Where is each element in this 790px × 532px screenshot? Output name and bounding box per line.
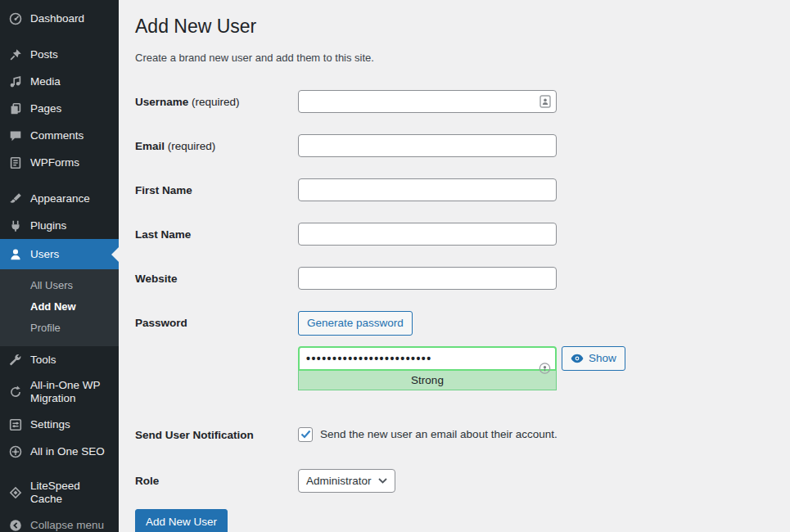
sidebar-item-appearance[interactable]: Appearance — [0, 185, 119, 212]
dashboard-icon — [7, 11, 23, 26]
show-password-button[interactable]: Show — [562, 346, 625, 371]
submenu-item-all-users[interactable]: All Users — [0, 275, 119, 296]
add-new-user-button[interactable]: Add New User — [135, 509, 228, 532]
form-row-username: Username (required) — [135, 90, 774, 113]
sidebar-item-pages[interactable]: Pages — [0, 95, 119, 122]
sidebar-item-label: LiteSpeed Cache — [30, 480, 112, 506]
sidebar-item-label: Posts — [30, 48, 58, 61]
sidebar-item-label: Dashboard — [30, 12, 84, 25]
media-icon — [7, 74, 23, 89]
chevron-down-icon — [378, 478, 387, 484]
form-row-password: Password Generate password Strong — [135, 311, 774, 390]
email-label: Email (required) — [135, 139, 298, 152]
form-row-email: Email (required) — [135, 134, 774, 157]
sidebar-item-dashboard[interactable]: Dashboard — [0, 5, 119, 32]
sidebar-item-label: Media — [30, 75, 61, 88]
role-selected-value: Administrator — [306, 475, 372, 487]
sidebar-item-comments[interactable]: Comments — [0, 122, 119, 149]
plugin-icon — [7, 218, 23, 233]
litespeed-diamond-icon — [7, 485, 23, 501]
users-submenu: All Users Add New Profile — [0, 269, 119, 346]
submenu-item-profile[interactable]: Profile — [0, 318, 119, 339]
role-label: Role — [135, 474, 298, 487]
sidebar-item-aio-wp-migration[interactable]: All-in-One WP Migration — [0, 373, 119, 411]
sidebar-item-label: Collapse menu — [30, 519, 104, 532]
users-icon — [7, 246, 23, 262]
form-row-last-name: Last Name — [135, 223, 774, 246]
sidebar-item-label: Appearance — [30, 192, 90, 205]
sidebar-item-label: Plugins — [30, 219, 66, 232]
send-notification-text: Send the new user an email about their a… — [320, 428, 558, 440]
sidebar-item-users[interactable]: Users — [0, 239, 119, 269]
email-input[interactable] — [298, 134, 557, 157]
page-subtitle: Create a brand new user and add them to … — [135, 52, 774, 64]
sidebar-item-tools[interactable]: Tools — [0, 346, 119, 373]
sidebar-item-label: Tools — [30, 354, 56, 367]
sidebar-item-label: Comments — [30, 129, 84, 142]
add-user-form: Username (required) Email (required) — [135, 90, 774, 532]
generate-password-button[interactable]: Generate password — [298, 311, 413, 336]
password-label: Password — [135, 311, 298, 329]
sidebar-item-media[interactable]: Media — [0, 68, 119, 95]
website-label: Website — [135, 272, 298, 285]
sidebar-item-collapse-menu[interactable]: Collapse menu — [0, 512, 119, 532]
last-name-input[interactable] — [298, 223, 557, 246]
role-select[interactable]: Administrator — [298, 469, 395, 493]
first-name-label: First Name — [135, 183, 298, 196]
sidebar-separator — [0, 465, 119, 474]
first-name-input[interactable] — [298, 178, 557, 201]
wordpress-admin: Dashboard Posts Media Pages Commen — [0, 0, 790, 532]
paintbrush-icon — [7, 191, 23, 206]
sidebar-item-label: All-in-One WP Migration — [30, 379, 112, 405]
migration-circular-arrow-icon — [7, 385, 23, 400]
password-strength-meter: Strong — [298, 371, 557, 390]
sidebar-item-litespeed-cache[interactable]: LiteSpeed Cache — [0, 474, 119, 512]
password-input[interactable] — [298, 346, 557, 371]
send-notification-checkbox[interactable] — [298, 427, 313, 442]
sidebar-separator — [0, 176, 119, 185]
pages-icon — [7, 101, 23, 116]
sidebar-item-posts[interactable]: Posts — [0, 41, 119, 68]
sidebar-item-settings[interactable]: Settings — [0, 411, 119, 438]
sidebar-item-plugins[interactable]: Plugins — [0, 212, 119, 239]
form-row-role: Role Administrator — [135, 469, 774, 493]
active-item-notch — [111, 247, 119, 262]
form-row-first-name: First Name — [135, 178, 774, 201]
last-name-label: Last Name — [135, 228, 298, 241]
sidebar-item-label: Pages — [30, 102, 61, 115]
settings-sliders-icon — [7, 417, 23, 432]
sidebar-item-all-in-one-seo[interactable]: All in One SEO — [0, 438, 119, 465]
autofill-contact-icon[interactable] — [539, 95, 551, 108]
username-label: Username (required) — [135, 95, 298, 108]
send-notification-label: Send User Notification — [135, 428, 298, 441]
add-new-user-page: Add New User Create a brand new user and… — [119, 0, 790, 532]
sidebar-item-label: All in One SEO — [30, 445, 105, 458]
sidebar-item-label: Settings — [30, 418, 70, 431]
form-row-send-notification: Send User Notification Send the new user… — [135, 423, 774, 446]
username-input[interactable] — [298, 90, 557, 113]
website-input[interactable] — [298, 267, 557, 290]
sidebar-item-wpforms[interactable]: WPForms — [0, 149, 119, 176]
sidebar-item-label: Users — [30, 248, 59, 261]
form-clipboard-icon — [7, 155, 23, 170]
sidebar-item-label: WPForms — [30, 156, 79, 169]
form-row-website: Website — [135, 267, 774, 290]
page-title: Add New User — [135, 16, 774, 38]
wrench-icon — [7, 352, 23, 367]
admin-sidebar: Dashboard Posts Media Pages Commen — [0, 0, 119, 532]
pushpin-icon — [7, 47, 23, 62]
password-reveal-icon[interactable] — [539, 362, 551, 374]
submenu-item-add-new[interactable]: Add New — [0, 296, 119, 318]
eye-icon — [571, 354, 584, 363]
comment-icon — [7, 128, 23, 143]
sidebar-separator — [0, 32, 119, 41]
collapse-arrow-icon — [7, 517, 23, 532]
seo-gear-icon — [7, 444, 23, 459]
